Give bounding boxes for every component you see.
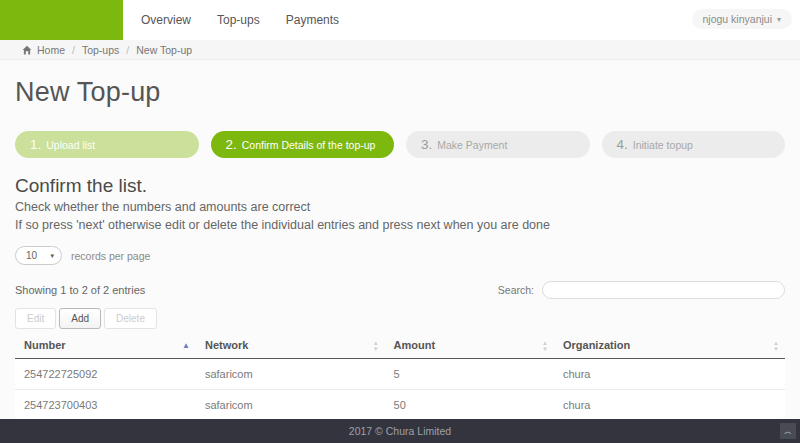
records-per-page-label: records per page — [71, 250, 150, 262]
edit-button[interactable]: Edit — [15, 308, 56, 329]
table-action-buttons: Edit Add Delete — [15, 308, 785, 329]
step-label: Initiate topup — [633, 139, 693, 151]
topup-entries-table: Number ▲ Network ▲▼ Amount ▲▼ Organizati… — [15, 333, 785, 421]
breadcrumb-topups[interactable]: Top-ups — [82, 44, 119, 56]
copyright-text: 2017 © Chura Limited — [349, 425, 451, 437]
step-number: 2. — [226, 137, 237, 152]
cell-amount: 50 — [385, 390, 554, 421]
column-label: Number — [24, 339, 66, 351]
table-header-row: Number ▲ Network ▲▼ Amount ▲▼ Organizati… — [15, 333, 785, 359]
column-header-network[interactable]: Network ▲▼ — [196, 333, 385, 359]
instructions-line-2: If so press 'next' otherwise edit or del… — [15, 217, 785, 235]
top-navigation-bar: Overview Top-ups Payments njogu kinyanju… — [0, 0, 800, 40]
table-row[interactable]: 254723700403 safaricom 50 chura — [15, 390, 785, 421]
breadcrumb-current: New Top-up — [136, 44, 192, 56]
search-area: Search: — [498, 281, 785, 299]
step-label: Confirm Details of the top-up — [242, 139, 376, 151]
records-per-page-select[interactable]: 10 ▾ — [15, 246, 62, 265]
step-confirm-details[interactable]: 2. Confirm Details of the top-up — [211, 131, 395, 158]
wizard-steps: 1. Upload list 2. Confirm Details of the… — [15, 131, 785, 158]
step-label: Upload list — [46, 139, 95, 151]
cell-organization: chura — [554, 390, 785, 421]
nav-item-payments[interactable]: Payments — [286, 13, 339, 27]
main-content: New Top-up 1. Upload list 2. Confirm Det… — [0, 77, 800, 443]
cell-number: 254722725092 — [15, 359, 196, 390]
section-heading: Confirm the list. — [15, 175, 785, 197]
cell-number: 254723700403 — [15, 390, 196, 421]
sort-both-icon[interactable]: ▲▼ — [773, 340, 779, 352]
step-number: 3. — [421, 137, 432, 152]
step-make-payment: 3. Make Payment — [406, 131, 590, 158]
showing-entries-text: Showing 1 to 2 of 2 entries — [15, 284, 145, 296]
column-header-organization[interactable]: Organization ▲▼ — [554, 333, 785, 359]
user-name: njogu kinyanjui — [703, 13, 772, 25]
cell-network: safaricom — [196, 390, 385, 421]
step-number: 1. — [30, 137, 41, 152]
cell-organization: chura — [554, 359, 785, 390]
breadcrumb: Home / Top-ups / New Top-up — [0, 40, 800, 60]
instructions-line-1: Check whether the numbers and amounts ar… — [15, 199, 785, 217]
column-label: Network — [205, 339, 248, 351]
step-initiate-topup: 4. Initiate topup — [602, 131, 786, 158]
nav-item-overview[interactable]: Overview — [141, 13, 191, 27]
records-per-page-row: 10 ▾ records per page — [15, 246, 785, 265]
column-header-amount[interactable]: Amount ▲▼ — [385, 333, 554, 359]
column-label: Organization — [563, 339, 630, 351]
step-label: Make Payment — [437, 139, 507, 151]
add-button[interactable]: Add — [59, 308, 101, 329]
chevron-down-icon: ▾ — [50, 252, 54, 260]
chevron-down-icon: ▾ — [777, 15, 781, 24]
breadcrumb-separator: / — [72, 44, 75, 56]
breadcrumb-home[interactable]: Home — [37, 44, 65, 56]
user-menu-button[interactable]: njogu kinyanjui ▾ — [692, 9, 792, 29]
instructions-text: Check whether the numbers and amounts ar… — [15, 199, 785, 234]
step-number: 4. — [617, 137, 628, 152]
search-input[interactable] — [542, 281, 785, 299]
search-label: Search: — [498, 284, 534, 296]
delete-button[interactable]: Delete — [104, 308, 157, 329]
cell-network: safaricom — [196, 359, 385, 390]
column-header-number[interactable]: Number ▲ — [15, 333, 196, 359]
brand-logo[interactable] — [0, 0, 123, 40]
column-label: Amount — [394, 339, 436, 351]
page-title: New Top-up — [15, 77, 785, 108]
cell-amount: 5 — [385, 359, 554, 390]
table-row[interactable]: 254722725092 safaricom 5 chura — [15, 359, 785, 390]
sort-both-icon[interactable]: ▲▼ — [373, 340, 379, 352]
nav-item-topups[interactable]: Top-ups — [217, 13, 260, 27]
step-upload-list[interactable]: 1. Upload list — [15, 131, 199, 158]
home-icon — [22, 45, 32, 55]
footer: 2017 © Chura Limited ︿ — [0, 419, 800, 443]
sort-both-icon[interactable]: ▲▼ — [542, 340, 548, 352]
main-nav: Overview Top-ups Payments — [123, 0, 339, 40]
breadcrumb-separator: / — [126, 44, 129, 56]
scroll-to-top-button[interactable]: ︿ — [780, 423, 796, 439]
table-info-row: Showing 1 to 2 of 2 entries Search: — [15, 281, 785, 299]
records-per-page-value: 10 — [26, 250, 37, 261]
